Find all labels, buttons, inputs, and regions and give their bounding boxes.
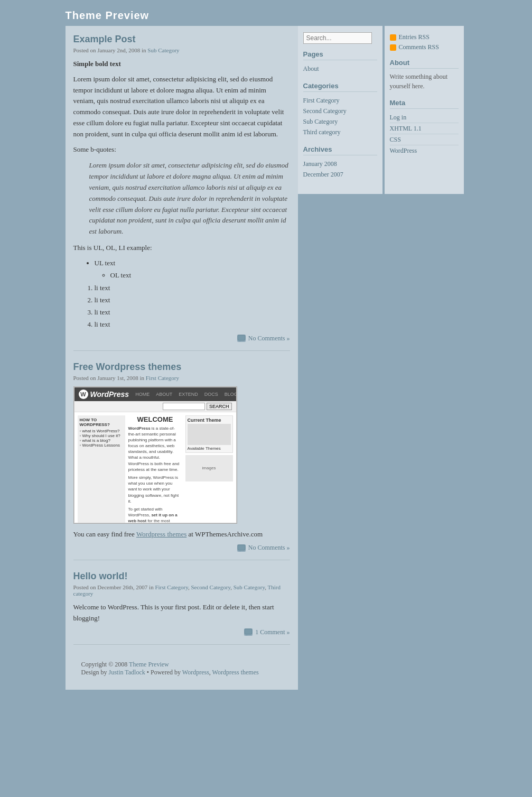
wp-screenshot: W WordPress HOME ABOUT EXTEND DOCS BLOG … [73, 386, 237, 524]
meta-list: Log in XHTML 1.1 CSS WordPress [390, 112, 459, 156]
post-1-list-example: UL text OL text li text li text li text … [79, 258, 290, 330]
pages-list: About [303, 63, 377, 74]
cat-first[interactable]: First Category [303, 97, 340, 104]
archives-section: Archives January 2008 December 2007 [303, 145, 377, 180]
post-hello-world: Hello world! Posted on December 26th, 20… [73, 571, 290, 645]
comment-icon [237, 335, 246, 342]
about-text: Write something about yourself here. [390, 72, 459, 91]
post-1-blockquote: Lorem ipsum dolor sit amet, consectetur … [89, 160, 290, 237]
post-1-ol: OL text [110, 270, 290, 281]
list-item: XHTML 1.1 [390, 123, 459, 134]
list-item: December 2007 [303, 169, 377, 180]
svg-marker-1 [239, 340, 241, 342]
main-column: Example Post Posted on January 2nd, 2008… [66, 26, 298, 690]
meta-xhtml[interactable]: XHTML 1.1 [390, 125, 422, 132]
pages-heading: Pages [303, 50, 377, 60]
footer-design-by: Design by [81, 669, 107, 676]
post-2-category-link[interactable]: First Category [146, 375, 179, 381]
post-1-bold-heading: Simple bold text [73, 60, 121, 68]
footer-powered-by: Powered by [151, 669, 181, 676]
post-2-text-1: You can easy find free [73, 530, 135, 538]
post-1-ul-heading: This is UL, OL, LI example: [73, 243, 290, 254]
sidebar-right: Entries RSS Comments RSS About Write som… [385, 26, 464, 194]
post-3-meta: Posted on December 26th, 2007 in First C… [73, 584, 290, 597]
list-item: Sub Category [303, 116, 377, 127]
list-item: CSS [390, 134, 459, 145]
post-2-no-comments[interactable]: No Comments » [248, 544, 290, 552]
post-example: Example Post Posted on January 2nd, 2008… [73, 34, 290, 351]
list-item: li text [95, 295, 290, 306]
post-2-text-2: at WPThemesArchive.com [189, 530, 263, 538]
post-3-cat-1[interactable]: First Category [155, 584, 188, 590]
footer-wordpress-link[interactable]: Wordpress [182, 669, 209, 676]
footer: Copyright © 2008 Theme Preview Design by… [73, 655, 290, 682]
post-3-cat-3[interactable]: Sub Category [234, 584, 265, 590]
list-item: About [303, 63, 377, 74]
list-item: Log in [390, 112, 459, 123]
list-item: First Category [303, 95, 377, 106]
about-heading: About [390, 59, 459, 69]
meta-css[interactable]: CSS [390, 136, 401, 143]
post-3-cat-2[interactable]: Second Category [191, 584, 230, 590]
about-section: About Write something about yourself her… [390, 59, 459, 91]
post-3-comment-link: 1 Comment » [73, 628, 290, 636]
meta-wordpress[interactable]: WordPress [390, 147, 417, 154]
post-1-title: Example Post [73, 34, 290, 45]
entries-rss-link[interactable]: Entries RSS [390, 32, 459, 42]
post-1-bquotes: Some b-quotes: [73, 144, 290, 155]
archive-dec-2007[interactable]: December 2007 [303, 171, 343, 178]
list-item: Second Category [303, 106, 377, 116]
post-2-content: You can easy find free Wordpress themes … [73, 529, 290, 540]
svg-rect-0 [238, 335, 245, 340]
list-item: li text [95, 283, 290, 294]
post-2-title: Free Wordpress themes [73, 362, 290, 373]
archives-list: January 2008 December 2007 [303, 159, 377, 180]
post-1-no-comments[interactable]: No Comments » [248, 335, 290, 342]
pages-about-link[interactable]: About [303, 65, 319, 72]
meta-section: Meta Log in XHTML 1.1 CSS WordPress [390, 99, 459, 156]
archive-jan-2008[interactable]: January 2008 [303, 160, 337, 168]
comment-icon [237, 544, 246, 552]
post-3-content: Welcome to WordPress. This is your first… [73, 602, 290, 624]
footer-designer-link[interactable]: Justin Tadlock [109, 669, 145, 676]
post-1-meta: Posted on January 2nd, 2008 in Sub Categ… [73, 47, 290, 53]
search-input[interactable] [303, 32, 372, 44]
wp-themes-link[interactable]: Wordpress themes [136, 530, 186, 538]
post-2-meta: Posted on January 1st, 2008 in First Cat… [73, 375, 290, 381]
cat-second[interactable]: Second Category [303, 107, 347, 115]
footer-site-link[interactable]: Theme Preview [129, 661, 169, 668]
footer-copyright: Copyright © 2008 [81, 661, 128, 668]
rss-icon [390, 34, 396, 41]
sidebar-left: Pages About Categories First Category [298, 26, 382, 194]
categories-heading: Categories [303, 82, 377, 92]
post-1-ol-list: li text li text li text li text [95, 283, 290, 330]
categories-section: Categories First Category Second Categor… [303, 82, 377, 137]
svg-rect-4 [245, 629, 252, 634]
footer-wp-themes-link[interactable]: Wordpress themes [212, 669, 259, 676]
cat-sub[interactable]: Sub Category [303, 118, 338, 125]
list-item: Third category [303, 127, 377, 137]
cat-third[interactable]: Third category [303, 128, 341, 136]
list-item: li text [95, 307, 290, 318]
site-title: Theme Preview [66, 5, 467, 26]
rss-icon [390, 44, 396, 51]
meta-login[interactable]: Log in [390, 114, 407, 121]
list-item: UL text [95, 258, 290, 269]
comments-rss-link[interactable]: Comments RSS [390, 42, 459, 52]
post-1-category-link[interactable]: Sub Category [147, 47, 179, 53]
categories-list: First Category Second Category Sub Categ… [303, 95, 377, 137]
svg-marker-3 [239, 550, 241, 552]
svg-marker-5 [246, 634, 248, 636]
post-3-comments[interactable]: 1 Comment » [255, 628, 290, 636]
post-1-comment-link: No Comments » [73, 335, 290, 342]
sidebar-area: Pages About Categories First Category [298, 26, 467, 194]
pages-section: Pages About [303, 50, 377, 74]
meta-heading: Meta [390, 99, 459, 109]
rss-links: Entries RSS Comments RSS [390, 32, 459, 52]
post-3-body: Welcome to WordPress. This is your first… [73, 602, 290, 624]
list-item: WordPress [390, 145, 459, 156]
archives-heading: Archives [303, 145, 377, 155]
post-1-lorem: Lorem ipsum dolor sit amet, consectetur … [73, 74, 290, 140]
comment-icon [244, 628, 253, 636]
post-1-content: Simple bold text Lorem ipsum dolor sit a… [73, 59, 290, 330]
